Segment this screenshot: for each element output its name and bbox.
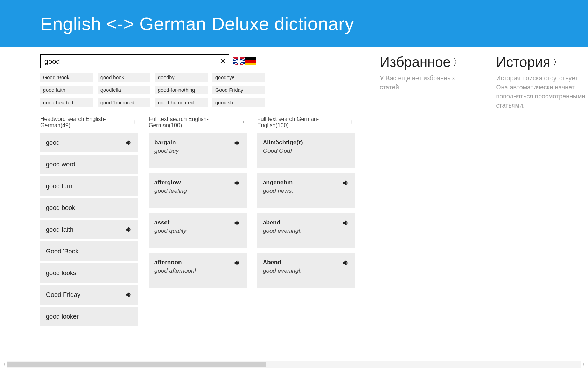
favorites-title[interactable]: Избранное〉 — [380, 54, 472, 70]
result-term: Allmächtige(r) — [263, 139, 303, 146]
scroll-track[interactable] — [7, 361, 581, 368]
speaker-icon[interactable] — [233, 179, 241, 187]
chevron-right-icon: 〉 — [553, 56, 562, 68]
app-header: English <-> German Deluxe dictionary — [0, 0, 588, 47]
result-card[interactable]: good looks — [40, 263, 138, 283]
result-term: Good 'Book — [46, 248, 79, 255]
result-card[interactable]: good looker — [40, 307, 138, 326]
result-card[interactable]: afternoongood afternoon! — [149, 253, 247, 288]
result-term: afterglow — [154, 179, 187, 186]
chevron-right-icon: 〉 — [242, 119, 247, 125]
speaker-icon[interactable] — [125, 291, 133, 299]
result-term: Abend — [263, 259, 302, 266]
speaker-icon[interactable] — [125, 226, 133, 233]
result-card[interactable]: bargaingood buy — [149, 133, 247, 168]
speaker-icon[interactable] — [342, 259, 350, 267]
result-card[interactable]: Good 'Book — [40, 241, 138, 261]
speaker-icon[interactable] — [233, 259, 241, 267]
language-flags[interactable] — [233, 57, 256, 65]
result-definition: Good God! — [263, 148, 303, 155]
flag-uk-icon — [233, 57, 245, 65]
result-card[interactable]: angenehmgood news; — [257, 173, 355, 208]
speaker-icon[interactable] — [125, 139, 133, 146]
suggestion-chip[interactable]: good-'humored — [98, 98, 150, 107]
result-card[interactable]: abendgood evening!; — [257, 213, 355, 248]
result-definition: good evening!; — [263, 267, 302, 274]
close-icon: ✕ — [220, 57, 226, 66]
result-card[interactable]: Abendgood evening!; — [257, 253, 355, 288]
app-title: English <-> German Deluxe dictionary — [40, 13, 354, 34]
suggestion-chip[interactable]: good book — [98, 73, 150, 82]
suggestion-chip[interactable]: Good 'Book — [40, 73, 93, 82]
history-panel: История〉 История поиска отсутствует. Она… — [496, 54, 588, 328]
search-box: ✕ — [40, 54, 229, 68]
result-card[interactable]: good turn — [40, 176, 138, 196]
result-definition: good buy — [154, 148, 179, 155]
result-definition: good evening!; — [263, 227, 302, 234]
suggestion-chip[interactable]: goodish — [212, 98, 265, 107]
suggestion-chip[interactable]: good-humoured — [155, 98, 208, 107]
history-empty-text: История поиска отсутствует. Она автомати… — [496, 74, 588, 110]
result-card[interactable]: afterglowgood feeling — [149, 173, 247, 208]
result-card[interactable]: assetgood quality — [149, 213, 247, 248]
clear-search-button[interactable]: ✕ — [217, 55, 229, 68]
speaker-icon[interactable] — [342, 179, 350, 187]
column-header-full-en-de[interactable]: Full text search English-German(100)〉 — [149, 116, 247, 129]
column-header-full-de-en[interactable]: Full text search German-English(100)〉 — [257, 116, 355, 129]
result-term: good looker — [46, 313, 79, 320]
horizontal-scrollbar[interactable]: 〈 〉 — [0, 361, 588, 368]
suggestion-chip[interactable]: good faith — [40, 86, 93, 94]
column-headword: Headword search English-German(49)〉 good… — [40, 116, 138, 328]
scroll-thumb[interactable] — [7, 362, 266, 367]
result-term: good word — [46, 161, 75, 168]
chevron-right-icon: 〉 — [453, 56, 462, 68]
result-term: bargain — [154, 139, 179, 146]
scroll-right-button[interactable]: 〉 — [581, 361, 588, 368]
result-definition: good quality — [154, 227, 187, 234]
result-term: good — [46, 139, 60, 146]
result-card[interactable]: good faith — [40, 220, 138, 239]
scroll-left-button[interactable]: 〈 — [0, 361, 7, 368]
favorites-empty-text: У Вас еще нет избранных статей — [380, 74, 472, 92]
suggestion-chip[interactable]: goodbye — [212, 73, 265, 82]
search-input[interactable] — [41, 57, 217, 66]
speaker-icon[interactable] — [233, 139, 241, 147]
favorites-panel: Избранное〉 У Вас еще нет избранных стате… — [380, 54, 472, 328]
result-term: Good Friday — [46, 291, 80, 299]
speaker-icon[interactable] — [233, 219, 241, 227]
result-term: asset — [154, 219, 187, 226]
result-card[interactable]: Allmächtige(r)Good God! — [257, 133, 355, 168]
suggestion-chip[interactable]: Good Friday — [212, 86, 265, 94]
column-full-de-en: Full text search German-English(100)〉 Al… — [257, 116, 355, 328]
result-definition: good feeling — [154, 188, 187, 195]
result-term: good book — [46, 204, 75, 212]
suggestion-grid: Good 'Bookgood bookgoodbygoodbyegood fai… — [40, 73, 268, 107]
suggestion-chip[interactable]: goodby — [155, 73, 208, 82]
result-definition: good afternoon! — [154, 267, 196, 274]
result-term: good faith — [46, 226, 74, 233]
suggestion-chip[interactable]: good-hearted — [40, 98, 93, 107]
result-definition: good news; — [263, 188, 293, 195]
result-term: abend — [263, 219, 302, 226]
result-term: good looks — [46, 270, 76, 277]
chevron-right-icon: 〉 — [350, 119, 355, 125]
result-card[interactable]: good word — [40, 155, 138, 174]
result-card[interactable]: Good Friday — [40, 285, 138, 305]
history-title[interactable]: История〉 — [496, 54, 588, 70]
column-full-en-de: Full text search English-German(100)〉 ba… — [149, 116, 247, 328]
result-card[interactable]: good book — [40, 198, 138, 218]
result-card[interactable]: good — [40, 133, 138, 152]
column-header-headword[interactable]: Headword search English-German(49)〉 — [40, 116, 138, 129]
suggestion-chip[interactable]: goodfella — [98, 86, 150, 94]
suggestion-chip[interactable]: good-for-nothing — [155, 86, 208, 94]
result-term: good turn — [46, 183, 72, 190]
flag-de-icon — [245, 57, 256, 65]
chevron-right-icon: 〉 — [133, 119, 138, 125]
result-term: afternoon — [154, 259, 196, 266]
speaker-icon[interactable] — [342, 219, 350, 227]
result-term: angenehm — [263, 179, 293, 186]
